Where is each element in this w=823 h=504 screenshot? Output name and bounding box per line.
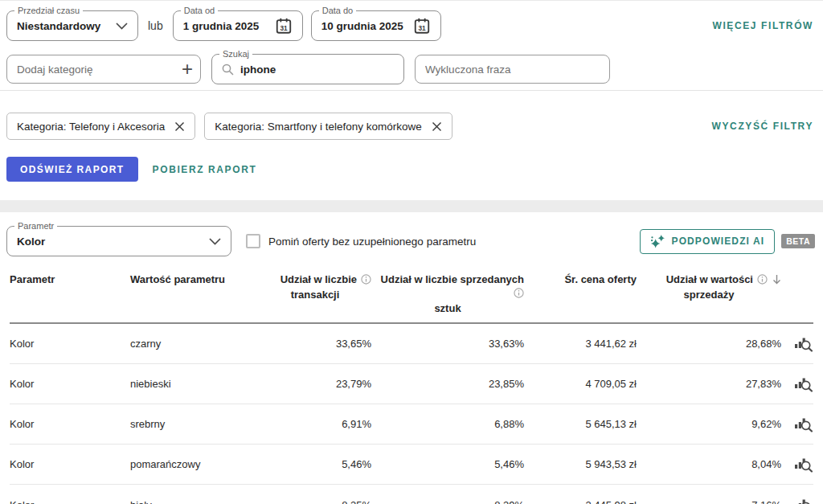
- skip-offers-checkbox-wrap: Pomiń oferty bez uzupełnionego parametru: [246, 234, 476, 248]
- plus-icon[interactable]: +: [182, 56, 193, 82]
- time-range-label: Przedział czasu: [14, 5, 83, 16]
- category-chip[interactable]: Kategoria: Smartfony i telefony komórkow…: [204, 113, 452, 140]
- or-label: lub: [146, 19, 165, 32]
- cell-share-units: 23,85%: [371, 378, 524, 390]
- section-separator-band: [0, 200, 823, 212]
- header-line1: Udział w liczbie sprzedanych: [381, 273, 524, 285]
- header-line1: Udział w wartości: [666, 273, 753, 285]
- ai-suggestions-label: PODPOWIEDZI AI: [672, 236, 765, 247]
- close-icon[interactable]: [174, 121, 185, 132]
- cell-param: Kolor: [10, 418, 130, 430]
- parameter-controls-row: Parametr Kolor Pomiń oferty bez uzupełni…: [6, 226, 817, 256]
- analyze-chart-button[interactable]: [781, 416, 813, 432]
- date-from-value: 1 grudnia 2025: [183, 20, 260, 32]
- cell-param: Kolor: [10, 378, 130, 390]
- cell-share-value: 27,83%: [637, 378, 781, 390]
- header-line2: sprzedaży: [637, 288, 781, 301]
- header-line1: Udział w liczbie: [280, 273, 357, 285]
- ai-suggestions-wrap: PODPOWIEDZI AI BETA: [640, 229, 815, 254]
- cell-avg-price: 3 441,62 zł: [524, 338, 637, 350]
- date-to-label: Data do: [319, 5, 357, 16]
- table-row: Kolor niebieski 23,79% 23,85% 4 709,05 z…: [10, 364, 813, 404]
- info-icon[interactable]: [757, 274, 768, 288]
- calendar-icon[interactable]: 31: [413, 17, 431, 35]
- chip-label: Kategoria: Telefony i Akcesoria: [17, 121, 165, 133]
- column-header-cena[interactable]: Śr. cena oferty: [524, 272, 637, 286]
- info-icon[interactable]: [514, 288, 524, 301]
- cell-share-units: 33,63%: [371, 338, 524, 350]
- sort-desc-icon[interactable]: [772, 274, 781, 288]
- search-input[interactable]: [240, 64, 361, 76]
- chevron-down-icon: [116, 23, 128, 30]
- actions-row: ODŚWIEŻ RAPORT POBIERZ RAPORT: [6, 157, 817, 182]
- refresh-report-button[interactable]: ODŚWIEŻ RAPORT: [6, 157, 138, 182]
- column-header-udzial-sztuk[interactable]: Udział w liczbie sprzedanych sztuk: [371, 272, 524, 315]
- cell-share-value: 7,16%: [637, 499, 781, 504]
- table-row: Kolor czarny 33,65% 33,63% 3 441,62 zł 2…: [10, 324, 813, 364]
- column-header-udzial-wartosci[interactable]: Udział w wartości sprzedaży: [637, 272, 781, 301]
- cell-value: pomarańczowy: [130, 458, 259, 470]
- more-filters-link[interactable]: WIĘCEJ FILTRÓW: [712, 20, 813, 31]
- analyze-chart-button[interactable]: [781, 375, 813, 392]
- parameter-select[interactable]: Parametr Kolor: [6, 226, 231, 256]
- cell-avg-price: 3 445,98 zł: [524, 499, 637, 504]
- date-to-picker[interactable]: Data do 10 grudnia 2025 31: [311, 10, 441, 41]
- add-category-input[interactable]: [6, 55, 201, 84]
- cell-share-value: 8,04%: [637, 458, 781, 470]
- date-to-value: 10 grudnia 2025: [321, 20, 403, 32]
- cell-share-units: 5,46%: [371, 458, 524, 470]
- cell-share-value: 9,62%: [637, 418, 781, 430]
- time-range-select[interactable]: Przedział czasu Niestandardowy: [6, 10, 138, 41]
- analyze-chart-button[interactable]: [781, 497, 813, 504]
- parameter-share-table: Parametr Wartość parametru Udział w licz…: [10, 272, 813, 504]
- cell-avg-price: 4 709,05 zł: [524, 378, 637, 390]
- download-report-button[interactable]: POBIERZ RAPORT: [153, 164, 257, 175]
- close-icon[interactable]: [432, 121, 442, 132]
- cell-share-tx: 23,79%: [259, 378, 371, 390]
- cell-share-tx: 5,46%: [259, 458, 371, 470]
- clear-filters-link[interactable]: WYCZYŚĆ FILTRY: [712, 121, 813, 132]
- cell-share-value: 28,68%: [637, 338, 781, 350]
- date-from-label: Data od: [181, 5, 219, 16]
- skip-offers-label: Pomiń oferty bez uzupełnionego parametru: [268, 236, 476, 248]
- cell-share-tx: 8,35%: [259, 499, 371, 504]
- sparkles-icon: [650, 234, 665, 249]
- parameter-value: Kolor: [17, 236, 45, 248]
- filters-row-search: + Szukaj: [6, 54, 817, 84]
- svg-text:31: 31: [280, 25, 288, 32]
- add-category-wrap: +: [6, 55, 201, 84]
- cell-avg-price: 5 645,13 zł: [524, 418, 637, 430]
- search-field[interactable]: Szukaj: [211, 54, 404, 84]
- ai-suggestions-button[interactable]: PODPOWIEDZI AI: [640, 229, 776, 254]
- excluded-phrase-input[interactable]: [415, 55, 610, 84]
- cell-value: czarny: [130, 338, 259, 350]
- category-chip[interactable]: Kategoria: Telefony i Akcesoria: [6, 113, 195, 140]
- cell-value: niebieski: [130, 378, 259, 390]
- info-icon[interactable]: [361, 274, 371, 288]
- column-header-parametr: Parametr: [10, 272, 130, 286]
- search-icon: [222, 64, 234, 76]
- filters-row-dates: Przedział czasu Niestandardowy lub Data …: [6, 10, 817, 41]
- skip-offers-checkbox[interactable]: [246, 234, 260, 248]
- chip-label: Kategoria: Smartfony i telefony komórkow…: [215, 121, 421, 133]
- cell-param: Kolor: [10, 338, 130, 350]
- report-filters-page: Przedział czasu Niestandardowy lub Data …: [0, 0, 823, 504]
- table-row: Kolor srebrny 6,91% 6,88% 5 645,13 zł 9,…: [10, 404, 813, 445]
- parameter-label: Parametr: [14, 220, 57, 232]
- cell-value: srebrny: [130, 418, 259, 430]
- date-from-picker[interactable]: Data od 1 grudnia 2025 31: [173, 10, 303, 41]
- cell-value: biały: [130, 499, 259, 504]
- analyze-chart-button[interactable]: [781, 456, 813, 473]
- cell-param: Kolor: [10, 458, 130, 470]
- column-header-wartosc: Wartość parametru: [130, 272, 259, 286]
- cell-param: Kolor: [10, 499, 130, 504]
- table-row: Kolor pomarańczowy 5,46% 5,46% 5 943,53 …: [10, 445, 813, 485]
- cell-share-units: 8,39%: [371, 499, 524, 504]
- calendar-icon[interactable]: 31: [275, 17, 293, 35]
- table-header-row: Parametr Wartość parametru Udział w licz…: [10, 272, 813, 324]
- chevron-down-icon: [209, 238, 221, 245]
- cell-share-units: 6,88%: [371, 418, 524, 430]
- header-line2: sztuk: [371, 301, 524, 315]
- analyze-chart-button[interactable]: [781, 335, 813, 352]
- column-header-udzial-transakcji[interactable]: Udział w liczbie transakcji: [259, 272, 371, 301]
